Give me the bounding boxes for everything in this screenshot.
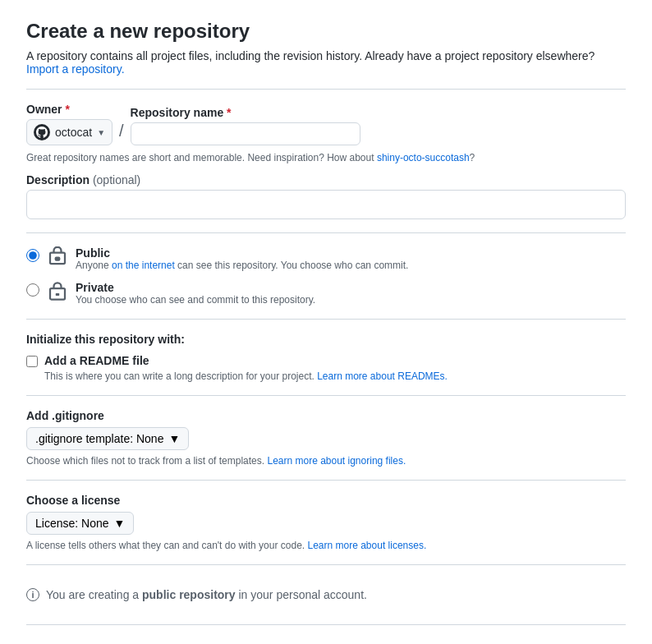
- owner-group: Owner * octocat ▼: [26, 103, 112, 145]
- readme-row: Add a README file: [26, 354, 626, 367]
- divider-3: [26, 319, 626, 320]
- gitignore-dropdown-arrow: ▼: [168, 432, 180, 445]
- license-btn-label: License: None: [35, 517, 109, 530]
- repo-name-group: Repository name *: [131, 106, 360, 145]
- public-desc: Anyone on the internet can see this repo…: [76, 260, 408, 271]
- page-title: Create a new repository: [26, 20, 626, 43]
- license-hint: A license tells others what they can and…: [26, 540, 626, 551]
- visibility-group: Public Anyone on the internet can see th…: [26, 246, 626, 306]
- svg-rect-3: [56, 293, 60, 296]
- private-radio[interactable]: [26, 283, 39, 297]
- public-label: Public: [76, 246, 408, 260]
- import-repo-link[interactable]: Import a repository.: [26, 62, 125, 76]
- action-row: Create repository: [26, 638, 626, 644]
- license-section: Choose a license License: None ▼ A licen…: [26, 494, 626, 551]
- gitignore-dropdown[interactable]: .gitignore template: None ▼: [26, 427, 189, 450]
- suggestion-hint: Great repository names are short and mem…: [26, 152, 626, 163]
- divider-2: [26, 232, 626, 233]
- subtitle-text: A repository contains all project files,…: [26, 49, 626, 76]
- readme-hint: This is where you can write a long descr…: [44, 370, 626, 382]
- slash-separator: /: [119, 122, 124, 142]
- repo-public-icon: [48, 246, 67, 266]
- readme-label: Add a README file: [44, 354, 149, 367]
- gitignore-hint: Choose which files not to track from a l…: [26, 455, 626, 467]
- divider-6: [26, 564, 626, 565]
- license-learn-link[interactable]: Learn more about licenses.: [308, 540, 427, 551]
- octocat-icon: [36, 126, 48, 138]
- owner-select[interactable]: octocat ▼: [26, 119, 112, 145]
- gitignore-learn-link[interactable]: Learn more about ignoring files.: [267, 455, 406, 467]
- info-bar: i You are creating a public repository i…: [26, 578, 626, 611]
- info-text: You are creating a public repository in …: [46, 588, 367, 601]
- info-icon: i: [26, 588, 39, 601]
- owner-label: Owner *: [26, 103, 112, 116]
- private-text: Private You choose who can see and commi…: [76, 281, 315, 306]
- private-label: Private: [76, 281, 315, 294]
- public-text: Public Anyone on the internet can see th…: [76, 246, 408, 271]
- divider-5: [26, 480, 626, 481]
- init-title: Initialize this repository with:: [26, 333, 626, 346]
- repo-private-icon: [48, 281, 67, 301]
- suggestion-link[interactable]: shiny-octo-succotash: [377, 152, 470, 163]
- divider-7: [26, 624, 626, 625]
- private-option: Private You choose who can see and commi…: [26, 281, 626, 306]
- gitignore-btn-label: .gitignore template: None: [35, 432, 163, 445]
- license-dropdown-arrow: ▼: [114, 517, 126, 530]
- owner-dropdown-arrow: ▼: [97, 128, 105, 137]
- init-section: Initialize this repository with: Add a R…: [26, 333, 626, 382]
- description-label: Description (optional): [26, 173, 626, 186]
- info-public-text: public repository: [142, 588, 236, 601]
- license-dropdown[interactable]: License: None ▼: [26, 512, 134, 535]
- divider-4: [26, 395, 626, 396]
- gitignore-section: Add .gitignore .gitignore template: None…: [26, 409, 626, 467]
- private-desc: You choose who can see and commit to thi…: [76, 294, 315, 306]
- repo-name-label: Repository name *: [131, 106, 360, 119]
- readme-checkbox[interactable]: [26, 356, 38, 367]
- public-internet-link[interactable]: on the internet: [112, 260, 175, 271]
- owner-name: octocat: [55, 126, 92, 139]
- divider-1: [26, 89, 626, 90]
- description-input[interactable]: [26, 190, 626, 219]
- license-label: Choose a license: [26, 494, 626, 507]
- gitignore-label: Add .gitignore: [26, 409, 626, 422]
- public-option: Public Anyone on the internet can see th…: [26, 246, 626, 271]
- owner-avatar: [34, 124, 50, 140]
- svg-rect-1: [56, 258, 60, 260]
- description-group: Description (optional): [26, 173, 626, 219]
- public-radio[interactable]: [26, 249, 39, 262]
- readme-learn-link[interactable]: Learn more about READMEs.: [317, 370, 448, 382]
- repo-name-input[interactable]: [131, 122, 360, 145]
- owner-repo-row: Owner * octocat ▼ / Repository name *: [26, 103, 626, 145]
